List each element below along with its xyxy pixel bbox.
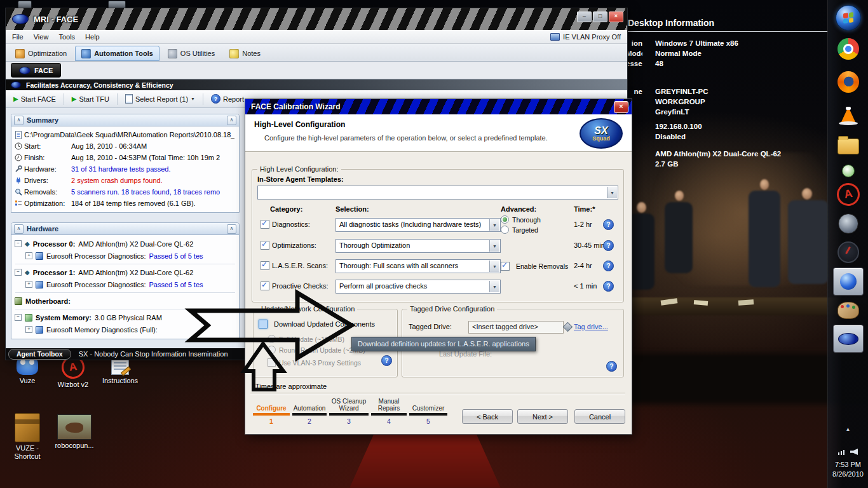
collapse-chevron-icon[interactable]: ∧ [227, 116, 236, 125]
tree-expand-icon[interactable]: + [25, 281, 32, 288]
optimizations-checkbox[interactable] [261, 241, 269, 250]
tree-expand-icon[interactable]: + [25, 252, 32, 259]
menu-help[interactable]: Help [85, 33, 100, 41]
update-help-icon[interactable]: ? [381, 355, 392, 366]
taskbar-item-chrome[interactable] [837, 38, 859, 71]
tab-notes[interactable]: Notes [223, 46, 267, 61]
cancel-button[interactable]: Cancel [574, 409, 625, 424]
desktop-icon-label: Wizbot v2 [58, 381, 88, 389]
tray-expand-icon[interactable]: ▲ [846, 426, 851, 432]
taskbar-clock[interactable]: 7:53 PM 8/26/2010 [832, 460, 864, 479]
collapse-chevron-icon[interactable]: ∧ [14, 224, 24, 234]
taskbar-item-firefox[interactable] [837, 71, 859, 105]
taskbar-item-small-app[interactable] [842, 165, 855, 183]
select-report-label: Select Report (1) [135, 95, 188, 103]
wizard-titlebar[interactable]: FACE Calibration Wizard × [245, 99, 632, 114]
laser-scans-help-icon[interactable]: ? [603, 261, 614, 271]
optimizations-help-icon[interactable]: ? [603, 240, 614, 251]
volume-icon[interactable] [850, 449, 858, 455]
diagnostics-dropdown[interactable]: All diagnostic tasks (Including hardware… [336, 218, 501, 232]
network-icon[interactable] [838, 449, 846, 455]
config-row-proactive-checks: Proactive Checks: Perform all proactive … [252, 278, 623, 295]
taskbar-item-mri-app[interactable] [833, 325, 864, 359]
minimize-button[interactable]: – [577, 11, 592, 22]
face-tab-button[interactable]: FACE [11, 63, 61, 78]
enable-removals-checkbox[interactable]: Enable Removals [501, 262, 568, 271]
taskbar-item-palette-app[interactable] [837, 302, 859, 325]
os-utilities-icon [168, 49, 177, 58]
full-update-radio[interactable]: Full Update (~160MB) [268, 335, 344, 343]
taskbar-item-blue-sphere-app[interactable] [833, 268, 864, 302]
proactive-checks-help-icon[interactable]: ? [603, 281, 614, 292]
summary-row-hardware: Hardware: 31 of 31 hardware tests passed… [11, 163, 239, 175]
menu-tools[interactable]: Tools [58, 33, 75, 41]
report-button[interactable]: ? Report [208, 93, 247, 105]
tree-collapse-icon[interactable]: − [15, 240, 22, 247]
laser-scans-checkbox[interactable] [261, 261, 269, 270]
taskbar: A ▲ 7:53 PM 8/26/2010 [827, 0, 868, 488]
hardware-node-memory: − System Memory: 3.0 GB Physical RAM [11, 311, 239, 323]
bginfo-value: WORKGROUP [655, 97, 705, 107]
start-tfu-button[interactable]: ▶ Start TFU [69, 94, 112, 104]
diagnostics-help-icon[interactable]: ? [603, 219, 614, 230]
tab-os-utilities[interactable]: OS Utilities [161, 46, 221, 61]
diagnostics-checkbox[interactable] [261, 220, 269, 229]
desktop-icon-wizbot[interactable]: A Wizbot v2 [52, 356, 94, 389]
step-label: OS Cleanup Wizard [329, 396, 369, 412]
vlan-proxy-checkbox[interactable]: Use VLAN-3 Proxy Settings [268, 358, 361, 367]
processor-icon: ◆ [25, 240, 30, 247]
proxy-status[interactable]: IE VLAN Proxy Off [550, 33, 621, 41]
taskbar-item-wizbot[interactable]: A [837, 183, 860, 214]
tab-optimization[interactable]: Optimization [9, 46, 73, 61]
targeted-radio[interactable]: Targeted [501, 226, 538, 234]
tagged-drive-help-icon[interactable]: ? [606, 361, 617, 372]
tree-collapse-icon[interactable]: − [15, 269, 22, 276]
maximize-button[interactable]: □ [593, 11, 607, 22]
close-button[interactable]: × [614, 101, 628, 113]
tooltip: Download definition updates for L.A.S.E.… [351, 337, 536, 351]
download-updated-components-checkbox[interactable]: Download Updated Components [259, 320, 375, 329]
back-button[interactable]: < Back [462, 409, 513, 424]
running-app-button [833, 268, 864, 295]
thorough-radio[interactable]: Thorough [501, 215, 541, 224]
menu-file[interactable]: File [12, 33, 24, 41]
step-customizer: Customizer 5 [409, 396, 447, 425]
hardware-label: Processor 0: [33, 240, 76, 248]
menu-view[interactable]: View [34, 33, 49, 41]
column-header-advanced: Advanced: [501, 205, 536, 213]
tab-automation-tools[interactable]: Automation Tools [75, 46, 159, 61]
start-button[interactable] [836, 0, 861, 38]
collapse-chevron-icon[interactable]: ∧ [14, 116, 24, 125]
templates-dropdown[interactable] [257, 186, 618, 200]
proactive-checks-dropdown[interactable]: Perform all proactive checks [336, 280, 501, 294]
agent-toolbox-button[interactable]: Agent Toolbox [8, 349, 71, 360]
tree-collapse-icon[interactable]: − [15, 314, 22, 321]
tag-icon [563, 322, 573, 332]
desktop-icon-vuze-shortcut[interactable]: VUZE -Shortcut [6, 413, 48, 461]
round-robin-radio[interactable]: Round Robin Update (~2MB) [268, 346, 365, 354]
taskbar-item-mask-app[interactable] [838, 214, 858, 241]
taskbar-item-explorer[interactable] [837, 139, 859, 165]
processor-icon: ◆ [25, 269, 30, 276]
desktop-icon-label: Vuze [20, 377, 36, 385]
proactive-checks-checkbox[interactable] [261, 281, 269, 290]
select-report-button[interactable]: Select Report (1) ▼ [122, 93, 198, 105]
radio-icon [268, 335, 276, 343]
desktop-icon-robocop[interactable]: robocopun... [53, 414, 95, 450]
logo-text: SX [594, 126, 607, 135]
column-header-category: Category: [270, 205, 302, 213]
start-face-button[interactable]: ▶ Start FACE [10, 94, 59, 104]
face-calibration-wizard-dialog: FACE Calibration Wizard × High-Level Con… [245, 98, 632, 435]
optimizations-dropdown[interactable]: Thorough Optimization [336, 239, 501, 253]
summary-row-removals: Removals: 5 scanners run. 18 traces foun… [11, 186, 239, 198]
taskbar-item-vlc[interactable] [837, 105, 859, 139]
diagnostics-label: Diagnostics: [272, 220, 310, 228]
close-button[interactable]: × [609, 11, 623, 22]
tree-expand-icon[interactable]: + [25, 326, 32, 333]
next-button[interactable]: Next > [517, 409, 568, 424]
laser-scans-dropdown[interactable]: Thorough: Full scans with all scanners [336, 259, 501, 273]
mri-titlebar[interactable]: MRI - FACE – □ × [6, 8, 627, 30]
collapse-chevron-icon[interactable]: ∧ [227, 224, 236, 234]
tag-drive-link[interactable]: Tag drive... [564, 323, 608, 330]
taskbar-item-compass-app[interactable] [837, 241, 859, 268]
